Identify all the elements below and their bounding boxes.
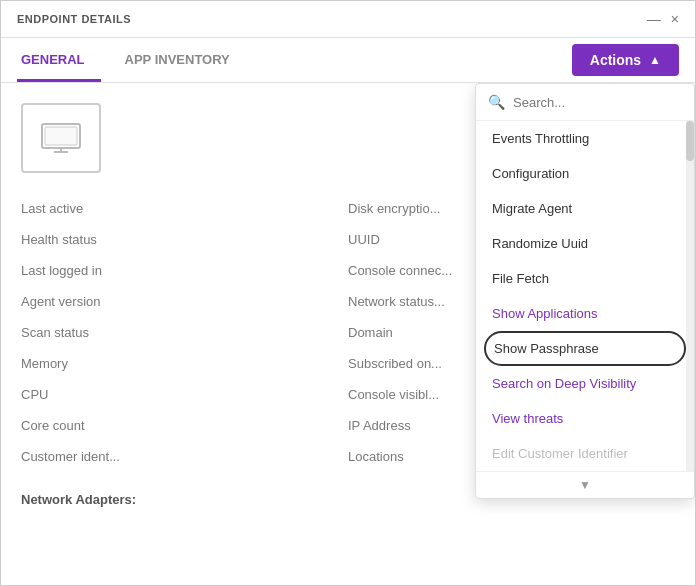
field-last-logged-in: Last logged in xyxy=(21,255,348,286)
close-button[interactable]: × xyxy=(671,11,679,27)
dropdown-scrollbar-thumb[interactable] xyxy=(686,121,694,161)
field-cpu: CPU xyxy=(21,379,348,410)
dropdown-item-events-throttling[interactable]: Events Throttling xyxy=(476,121,694,156)
chevron-up-icon: ▲ xyxy=(649,53,661,67)
dropdown-search-input[interactable] xyxy=(513,95,682,110)
dropdown-item-file-fetch[interactable]: File Fetch xyxy=(476,261,694,296)
minimize-button[interactable]: — xyxy=(647,11,661,27)
dropdown-scroll-down-button[interactable]: ▼ xyxy=(476,471,694,498)
search-icon: 🔍 xyxy=(488,94,505,110)
actions-button[interactable]: Actions ▲ xyxy=(572,44,679,76)
tabs-bar: GENERAL APP INVENTORY Actions ▲ xyxy=(1,38,695,83)
field-memory: Memory xyxy=(21,348,348,379)
dropdown-item-search-deep-visibility[interactable]: Search on Deep Visibility xyxy=(476,366,694,401)
window-controls: — × xyxy=(647,11,679,27)
dropdown-item-migrate-agent[interactable]: Migrate Agent xyxy=(476,191,694,226)
svg-rect-4 xyxy=(45,127,77,145)
dropdown-item-edit-customer-identifier: Edit Customer Identifier xyxy=(476,436,694,471)
field-core-count: Core count xyxy=(21,410,348,441)
title-bar: ENDPOINT DETAILS — × xyxy=(1,1,695,38)
dropdown-item-show-passphrase[interactable]: Show Passphrase xyxy=(484,331,686,366)
dropdown-items-list: Events Throttling Configuration Migrate … xyxy=(476,121,694,471)
dropdown-item-configuration[interactable]: Configuration xyxy=(476,156,694,191)
endpoint-icon xyxy=(21,103,101,173)
actions-label: Actions xyxy=(590,52,641,68)
tab-app-inventory[interactable]: APP INVENTORY xyxy=(121,38,246,82)
field-health-status: Health status xyxy=(21,224,348,255)
tabs-container: GENERAL APP INVENTORY xyxy=(17,38,266,82)
field-last-active: Last active xyxy=(21,193,348,224)
window-title: ENDPOINT DETAILS xyxy=(17,13,131,25)
dropdown-item-show-applications[interactable]: Show Applications xyxy=(476,296,694,331)
dropdown-search-container: 🔍 xyxy=(476,84,694,121)
field-agent-version: Agent version xyxy=(21,286,348,317)
endpoint-details-window: ENDPOINT DETAILS — × GENERAL APP INVENTO… xyxy=(0,0,696,586)
dropdown-item-view-threats[interactable]: View threats xyxy=(476,401,694,436)
field-customer-ident: Customer ident... xyxy=(21,441,348,472)
monitor-icon xyxy=(41,118,81,158)
tab-general[interactable]: GENERAL xyxy=(17,38,101,82)
content-area: Last active Disk encryptio... Health sta… xyxy=(1,83,695,585)
dropdown-scrollbar-track xyxy=(686,121,694,471)
actions-dropdown: 🔍 Events Throttling Configuration Migrat… xyxy=(475,83,695,499)
dropdown-item-randomize-uuid[interactable]: Randomize Uuid xyxy=(476,226,694,261)
field-scan-status: Scan status xyxy=(21,317,348,348)
